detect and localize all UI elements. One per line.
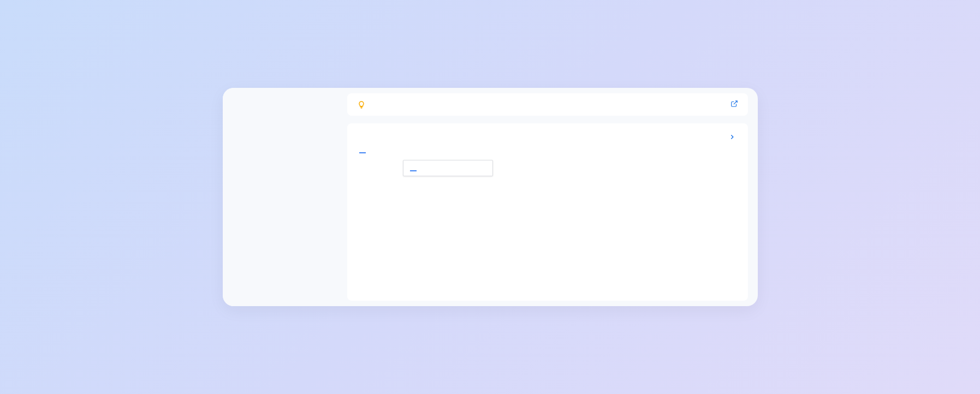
performance-card xyxy=(347,123,748,301)
tooltip-swatch xyxy=(410,170,417,171)
sidebar xyxy=(223,88,337,306)
chart-tooltip xyxy=(403,160,493,176)
search-console-window xyxy=(223,88,758,306)
lightbulb-icon xyxy=(357,100,366,109)
external-link-icon xyxy=(730,100,738,109)
insights-banner xyxy=(347,93,748,116)
insights-link[interactable] xyxy=(727,100,738,109)
chevron-right-icon xyxy=(728,133,736,142)
y-axis-labels xyxy=(358,159,368,290)
main-content xyxy=(337,88,758,306)
performance-chart[interactable] xyxy=(359,159,736,290)
full-report-link[interactable] xyxy=(724,133,736,142)
legend-swatch xyxy=(359,152,366,153)
chart-legend xyxy=(359,152,736,153)
